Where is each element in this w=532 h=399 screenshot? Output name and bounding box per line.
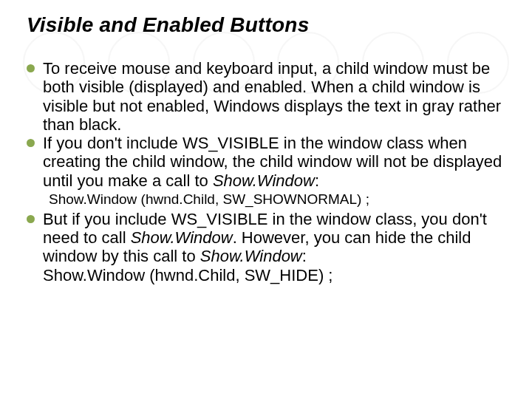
bullet-text: : <box>315 171 319 190</box>
bullet-text: To receive mouse and keyboard input, a c… <box>43 59 501 134</box>
slide-content: Visible and Enabled Buttons To receive m… <box>0 0 532 284</box>
function-name: Show.Window <box>131 228 233 247</box>
bullet-list: But if you include WS_VISIBLE in the win… <box>27 210 505 266</box>
slide-title: Visible and Enabled Buttons <box>27 13 505 37</box>
bullet-item: If you don't include WS_VISIBLE in the w… <box>27 134 505 190</box>
function-name: Show.Window <box>200 247 302 265</box>
code-line: Show.Window (hwnd.Child, SW_HIDE) ; <box>27 266 505 284</box>
bullet-item: To receive mouse and keyboard input, a c… <box>27 59 505 134</box>
bullet-list: To receive mouse and keyboard input, a c… <box>27 59 505 190</box>
bullet-item: But if you include WS_VISIBLE in the win… <box>27 210 505 266</box>
bullet-text: : <box>302 247 307 265</box>
code-line: Show.Window (hwnd.Child, SW_SHOWNORMAL) … <box>27 191 505 208</box>
function-name: Show.Window <box>213 171 315 190</box>
